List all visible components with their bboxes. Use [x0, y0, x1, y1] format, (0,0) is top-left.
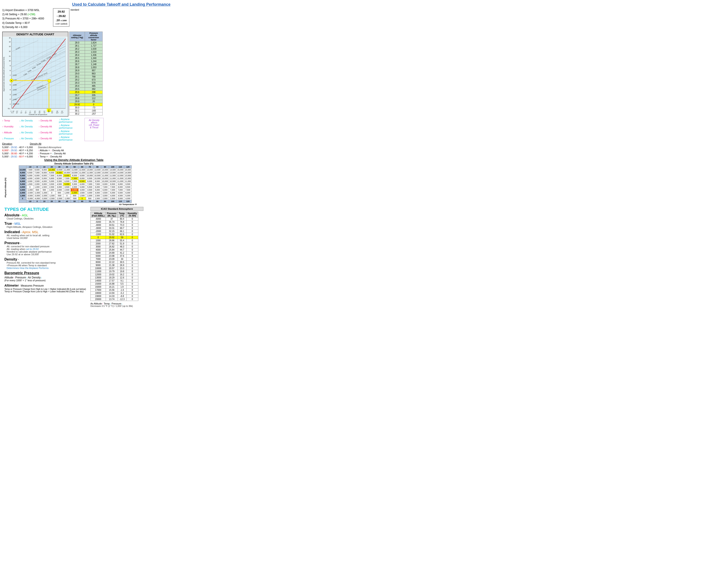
table-row: 29.7205 [69, 94, 103, 97]
eq4-note: ↑ Temp = ↑ Density Alt [38, 155, 62, 158]
svg-text:14: 14 [9, 41, 11, 43]
icao-col-altitude: Altitude(Feet AMSL) [91, 212, 106, 217]
table-row: 28.11,727 [69, 44, 103, 47]
svg-text:Approximate density altitude (: Approximate density altitude (thousand f… [3, 57, 5, 91]
type-absolute-desc: Cloud Ceilings, Obsticles [7, 217, 88, 220]
da-col-header: 110 [116, 165, 124, 168]
altimeter-measures-title: Altimeter [4, 284, 19, 287]
svg-text:15: 15 [9, 37, 11, 39]
eq3-e1: 5,000' - [2, 152, 11, 155]
types-section: TYPES OF ALTITUDE Absolute - AGL Cloud C… [4, 207, 88, 307]
da-estimation-table: -10 0 10 20 30 40 50 60 70 80 90 [19, 165, 132, 203]
da-col-header: 70 [86, 165, 94, 168]
type-density-name: Density [4, 257, 17, 261]
table-row: 29.0863 [69, 72, 103, 75]
da-table-title: Density Altitude Estimation Table (Ft) [4, 162, 143, 165]
types-title: TYPES OF ALTITUDE [4, 207, 88, 212]
table-row: 28.81,053 [69, 66, 103, 69]
arrow-airplane-down3: ↓ Airplane performance [59, 130, 83, 135]
table-row: 29.3579 [69, 81, 103, 84]
icao-col-humidity: Humidity(% RH) [126, 212, 138, 217]
left-panel: 1) Airport Elevation = 3700 MSL 2) Alt S… [2, 8, 104, 158]
da-row-2000: 2,000 -2,500-1,500-1,00005001,0002,0002,… [19, 191, 132, 194]
svg-text:8: 8 [10, 70, 11, 71]
svg-text:-7°: -7° [21, 111, 22, 112]
icao-section: ICAO Standard Atmosphere Altitude(Feet A… [90, 207, 143, 307]
svg-text:32°: 32° [51, 111, 53, 112]
alt-conversion-table-container: Altimeter setting ("Hg) Pressure altitud… [69, 32, 103, 115]
baro-text1: Altitude↑ Pressure↓ Air Density↓ [4, 276, 88, 279]
da-row-3000: 3,000 -1,000-5005001,0002,0002,5003,0004… [19, 188, 132, 191]
steps-list: 1) Airport Elevation = 3700 MSL 2) Alt S… [2, 8, 44, 29]
baro-title: Barometric Pressure [4, 271, 88, 275]
icao-row: 300026.8248.30 [91, 245, 138, 248]
icao-row: 400025.8444.70 [91, 248, 138, 251]
arrow-temp-up: ↑ Temp [2, 119, 18, 122]
step2-green: (+298) [28, 13, 35, 16]
table-row: 29.5392 [69, 87, 103, 90]
arrow-density-down2: ↓ Air Density [19, 125, 37, 128]
type-true-name: True [4, 222, 12, 225]
type-pressure-dash: - [20, 241, 21, 245]
svg-text:50°: 50° [34, 112, 36, 113]
arrow-pressure-down: ↓ Pressure [2, 137, 18, 140]
arrow-density-alt-up3: ↑ Density Alt [39, 131, 58, 134]
da-row-10000: 10,000 7,5008,5009,00010,00010,50011,000… [19, 168, 132, 171]
icao-row: -400034.5173.30 [91, 223, 138, 226]
da-row-5000: 5,000 1,5002,0003,0003,5004,5005,0005,50… [19, 182, 132, 185]
svg-text:3: 3 [10, 94, 11, 95]
da-col-header: 0 [34, 165, 41, 168]
type-density-desc1: Pressure Alt. corrected for non-standard… [7, 261, 88, 264]
svg-text:20°: 20° [20, 112, 23, 113]
lower-right: TYPES OF ALTITUDE Absolute - AGL Cloud C… [4, 207, 143, 307]
arrow-density-alt-up1: ↑ Density Alt [39, 119, 58, 122]
icao-row: 800022.2230.50 [91, 260, 138, 263]
eq3-e2: - 40 F = 4,200 [17, 152, 33, 155]
eq-title-density: Density Alt [30, 142, 41, 145]
type-density-desc2: =Pressure Alt when Temp is standard [7, 264, 88, 267]
svg-text:6: 6 [11, 80, 12, 82]
table-header-setting: Altimeter setting ("Hg) [69, 32, 85, 41]
da-row-footer: -100102030405060708090100110120 [19, 200, 132, 203]
da-row-4000: 4,000 01,0001,5002,5003,0003,5004,5005,0… [19, 185, 132, 188]
eq1-v1: 29.92 [11, 146, 17, 148]
da-col-header: 120 [124, 165, 132, 168]
table-row: 29.4485 [69, 84, 103, 87]
svg-text:4: 4 [10, 89, 11, 90]
as-alt-text: As Altitude↑ Temp↓ Pressure↓ [90, 302, 143, 305]
svg-text:27°: 27° [48, 109, 50, 111]
type-pressure-name: Pressure [4, 241, 20, 245]
eq1-note: Standard Atmosphere [38, 146, 62, 148]
icao-row-highlight: 029.92590 [91, 236, 138, 239]
eq2-e2: - 40 F = 8,250 [17, 149, 33, 152]
arrow-airplane-down1: ↓ Airplane performance [59, 118, 83, 123]
table-row: 29.1768 [69, 75, 103, 78]
table-row: 28.41,436 [69, 53, 103, 56]
arrow-density-down3: ↓ Air Density [19, 131, 37, 134]
svg-rect-109 [48, 79, 51, 82]
altimeter-top: 29.92 [55, 9, 68, 14]
right-panel: Using the Density Altitude Estimation Ta… [2, 158, 143, 307]
da-col-header: 50 [71, 165, 79, 168]
table-row: 30.2-257 [69, 112, 103, 115]
svg-text:6,000: 6,000 [13, 74, 17, 76]
eq2-note: ↑ Altitude = ↑ Density Alt [38, 149, 64, 152]
type-density-dash: - [18, 258, 19, 261]
icao-row: 1500016.885.50 [91, 282, 138, 285]
type-pressure-desc4: Use 29.92 at or above 18,000' [7, 253, 88, 256]
arrows-section: ↑ Temp ↓ Air Density ↑ Density Alt ↓ Air… [2, 118, 104, 141]
icao-row: 500024.8941.20 [91, 251, 138, 254]
arrow-airplane-down4: ↓ Airplane performance [59, 136, 83, 141]
eq-title-elevation: Elevation [2, 142, 12, 145]
step3: 3) Pressure Alt = 3700 + 298= 4000 [2, 17, 44, 21]
eq4-e2: - [17, 155, 19, 158]
svg-text:S.L.: S.L. [8, 108, 11, 109]
eq3-note: ↑ Pressure = ↓ Density Alt [38, 152, 66, 155]
da-y-label: Physical Altitude (Ft) [4, 171, 7, 197]
icao-row: 600023.9837.60 [91, 254, 138, 257]
type-indicated-desc2: Used below 18,000' [7, 237, 88, 239]
da-col-header: 40 [63, 165, 71, 168]
arrow-density-down4: ↓ Air Density [19, 137, 37, 140]
icao-row: 1100019.7919.80 [91, 270, 138, 273]
eq3-v1: 30.60 [11, 152, 17, 155]
